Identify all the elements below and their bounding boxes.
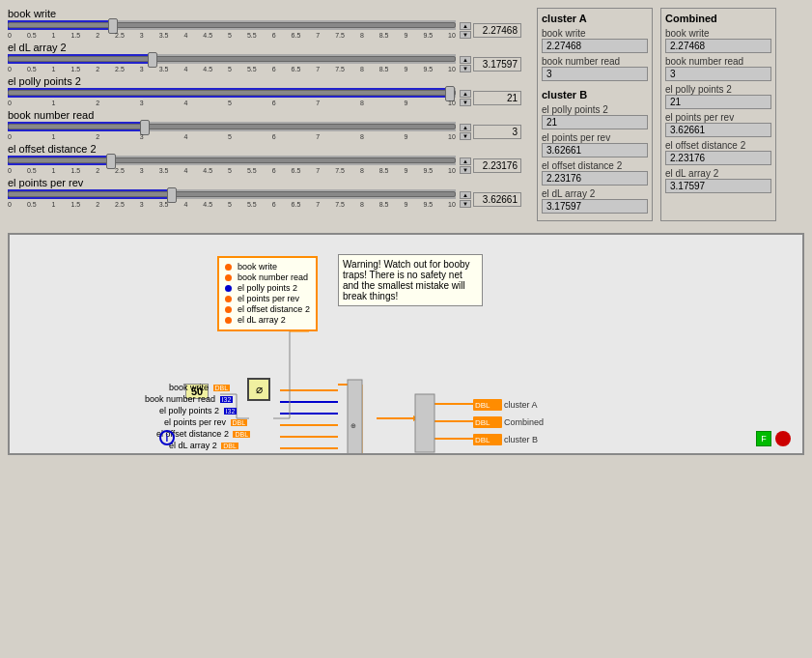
wire-label-polly: el polly points 2 I32 xyxy=(159,406,237,415)
slider-row-el-dl-array: 00.511.522.533.544.555.566.577.588.599.5… xyxy=(8,54,521,73)
stop-button[interactable] xyxy=(775,431,791,446)
slider-up-book-write[interactable]: ▲ xyxy=(460,22,471,30)
slider-label-el-polly: el polly points 2 xyxy=(8,75,521,87)
combined-item-1: book number read 3 xyxy=(665,56,771,81)
cluster-b-value-1: 3.62661 xyxy=(542,143,648,157)
slider-val-offset: 2.23176 xyxy=(473,158,521,173)
cluster-a-title: cluster A xyxy=(542,13,648,24)
cluster-b-item-1: el points per rev 3.62661 xyxy=(542,132,648,157)
combined-value-4: 2.23176 xyxy=(665,151,771,165)
scale-offset: 00.511.522.533.544.555.566.577.588.599.5… xyxy=(8,167,456,174)
slider-label-book-num: book number read xyxy=(8,109,521,121)
sliders-panel: book write 00.511.522.533.544.555.566.57… xyxy=(4,4,525,225)
info-icon[interactable]: i xyxy=(159,430,175,445)
diagram-inner: DBL cluster A DBL Combined DBL cluster B… xyxy=(10,235,802,453)
input-dot-3 xyxy=(225,296,232,302)
slider-up-offset[interactable]: ▲ xyxy=(460,157,471,165)
slider-value-box-offset: ▲ ▼ 2.23176 xyxy=(460,157,521,174)
input-label-1: book number read xyxy=(238,272,308,282)
slider-down-offset[interactable]: ▼ xyxy=(460,166,471,174)
input-label-0: book write xyxy=(238,262,277,272)
cluster-b-value-2: 2.23176 xyxy=(542,171,648,186)
scale-el-polly: 012345678910 xyxy=(8,100,456,106)
scale-book-num: 012345678910 xyxy=(8,133,456,140)
input-label-3: el points per rev xyxy=(238,294,299,303)
combined-label-0: book write xyxy=(665,28,771,39)
slider-track-container-points-rev: 00.511.522.533.544.555.566.577.588.599.5… xyxy=(8,189,456,209)
scale-points-rev: 00.511.522.533.544.555.566.577.588.599.5… xyxy=(8,201,456,208)
wire-label-book-num: book number read I32 xyxy=(145,394,233,404)
slider-row-book-num: 012345678910 ▲ ▼ 3 xyxy=(8,122,521,141)
scale-book-write: 00.511.522.533.544.555.566.577.588.599.5… xyxy=(8,32,456,39)
combined-label-1: book number read xyxy=(665,56,771,67)
slider-val-el-polly: 21 xyxy=(473,91,521,105)
slider-book-num[interactable] xyxy=(8,122,456,131)
slider-book-write[interactable] xyxy=(8,20,456,30)
slider-arrows-el-dl: ▲ ▼ xyxy=(460,56,471,72)
warning-text: Warning! Watch out for booby traps! Ther… xyxy=(343,259,470,301)
slider-label-el-dl-array: el dL array 2 xyxy=(8,42,521,53)
input-item-5: el dL array 2 xyxy=(225,315,310,325)
slider-val-book-write: 2.27468 xyxy=(473,23,521,38)
slider-val-points-rev: 3.62661 xyxy=(473,192,521,207)
cluster-a-value-1: 3 xyxy=(542,67,648,81)
slider-track-container-el-polly: 012345678910 xyxy=(8,88,456,107)
right-panels: cluster A book write 2.27468 book number… xyxy=(533,4,808,225)
warning-box: Warning! Watch out for booby traps! Ther… xyxy=(338,254,483,306)
slider-el-polly[interactable] xyxy=(8,88,456,98)
slider-track-container-el-dl: 00.511.522.533.544.555.566.577.588.599.5… xyxy=(8,54,456,73)
cluster-b-value-3: 3.17597 xyxy=(542,199,648,214)
combined-item-4: el offset distance 2 2.23176 xyxy=(665,140,771,165)
input-dot-5 xyxy=(225,317,232,324)
input-label-5: el dL array 2 xyxy=(238,315,286,325)
slider-label-offset: el offset distance 2 xyxy=(8,143,521,155)
input-dot-4 xyxy=(225,306,232,313)
svg-text:⊕: ⊕ xyxy=(350,422,356,429)
cluster-a-value-0: 2.27468 xyxy=(542,39,648,53)
slider-value-box-book-write: ▲ ▼ 2.27468 xyxy=(460,22,521,39)
slider-group-book-num: book number read 012345678910 ▲ ▼ 3 xyxy=(8,109,521,141)
slider-down-book-num[interactable]: ▼ xyxy=(460,132,471,140)
slider-label-points-rev: el points per rev xyxy=(8,177,521,188)
slider-down-points-rev[interactable]: ▼ xyxy=(460,200,471,208)
cluster-b-item-2: el offset distance 2 2.23176 xyxy=(542,160,648,186)
slider-track-container-book-num: 012345678910 xyxy=(8,122,456,141)
slider-el-dl-array[interactable] xyxy=(8,54,456,64)
slider-down-el-dl[interactable]: ▼ xyxy=(460,65,471,72)
slider-arrows-book-write: ▲ ▼ xyxy=(460,22,471,39)
input-item-1: book number read xyxy=(225,272,310,282)
diagram-panel: DBL cluster A DBL Combined DBL cluster B… xyxy=(8,233,804,455)
cluster-b-title: cluster B xyxy=(542,89,648,100)
slider-up-points-rev[interactable]: ▲ xyxy=(460,191,471,199)
slider-offset[interactable] xyxy=(8,156,456,165)
combined-item-0: book write 2.27468 xyxy=(665,28,771,53)
slider-down-el-polly[interactable]: ▼ xyxy=(460,99,471,106)
combined-item-2: el polly points 2 21 xyxy=(665,84,771,109)
slider-val-el-dl: 3.17597 xyxy=(473,57,521,72)
slider-points-rev[interactable] xyxy=(8,189,456,199)
combined-value-2: 21 xyxy=(665,95,771,109)
combined-value-3: 3.62661 xyxy=(665,123,771,137)
cluster-a-item-1: book number read 3 xyxy=(542,56,648,81)
input-label-2: el polly points 2 xyxy=(238,283,297,293)
wire-label-dl-array: el dL array 2 DBL xyxy=(169,441,238,450)
combined-label-2: el polly points 2 xyxy=(665,84,771,95)
slider-value-box-points-rev: ▲ ▼ 3.62661 xyxy=(460,191,521,208)
scale-el-dl: 00.511.522.533.544.555.566.577.588.599.5… xyxy=(8,66,456,72)
input-dot-0 xyxy=(225,264,232,271)
slider-down-book-write[interactable]: ▼ xyxy=(460,31,471,39)
svg-rect-31 xyxy=(415,394,434,452)
cluster-b-item-3: el dL array 2 3.17597 xyxy=(542,188,648,214)
combined-value-1: 3 xyxy=(665,67,771,81)
slider-up-el-dl[interactable]: ▲ xyxy=(460,56,471,64)
cluster-b-label-1: el points per rev xyxy=(542,132,648,143)
slider-arrows-el-polly: ▲ ▼ xyxy=(460,90,471,106)
input-list-box: book write book number read el polly poi… xyxy=(217,256,318,331)
slider-value-box-el-polly: ▲ ▼ 21 xyxy=(460,90,521,106)
run-button[interactable]: F xyxy=(756,431,771,446)
combined-value-5: 3.17597 xyxy=(665,179,771,193)
combined-label-5: el dL array 2 xyxy=(665,168,771,179)
slider-up-el-polly[interactable]: ▲ xyxy=(460,90,471,98)
slider-group-offset: el offset distance 2 00.511.522.533.544.… xyxy=(8,143,521,175)
slider-up-book-num[interactable]: ▲ xyxy=(460,124,471,131)
